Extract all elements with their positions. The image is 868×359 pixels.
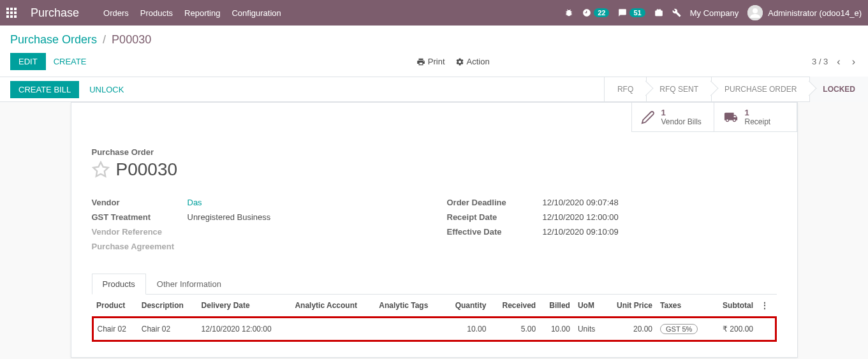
col-received: Received [490, 295, 540, 318]
col-options[interactable]: ⋮ [757, 295, 776, 318]
avatar-icon [747, 5, 763, 20]
print-button[interactable]: Print [416, 57, 445, 66]
print-icon [416, 57, 425, 66]
truck-icon [723, 110, 739, 124]
clock-icon[interactable]: 22 [582, 8, 609, 17]
vendor-bills-count: 1 [661, 108, 702, 117]
vendor-bills-stat[interactable]: 1 Vendor Bills [631, 103, 714, 132]
form-sheet: 1 Vendor Bills 1 Receipt Purchase Order [71, 102, 798, 358]
svg-marker-2 [93, 162, 108, 176]
effective-date-value: 12/10/2020 09:10:09 [543, 227, 619, 237]
table-row[interactable]: Chair 02 Chair 02 12/10/2020 12:00:00 10… [92, 318, 776, 341]
chat-icon[interactable]: 51 [618, 8, 645, 17]
col-description: Description [138, 295, 198, 318]
pager-prev[interactable]: ‹ [834, 54, 842, 70]
receipt-date-value: 12/10/2020 12:00:00 [543, 212, 619, 222]
edit-button[interactable]: EDIT [10, 53, 46, 70]
status-rfq[interactable]: RFQ [604, 77, 646, 102]
status-purchase-order[interactable]: PURCHASE ORDER [711, 77, 809, 102]
tax-badge: GST 5% [660, 324, 698, 334]
chat-badge: 51 [629, 8, 645, 17]
cell-quantity: 10.00 [443, 318, 490, 341]
app-title[interactable]: Purchase [31, 6, 79, 20]
cell-taxes: GST 5% [656, 318, 711, 341]
receipt-date-label: Receipt Date [447, 212, 543, 222]
col-product: Product [92, 295, 138, 318]
order-deadline-label: Order Deadline [447, 198, 543, 207]
nav-products[interactable]: Products [140, 8, 173, 18]
cell-description: Chair 02 [138, 318, 198, 341]
tab-other-info[interactable]: Other Information [146, 274, 232, 295]
apps-icon[interactable] [6, 8, 17, 18]
col-analytic-account: Analytic Account [291, 295, 375, 318]
pager-next[interactable]: › [850, 54, 858, 70]
vendor-label: Vendor [92, 198, 188, 207]
vendor-reference-label: Vendor Reference [92, 227, 188, 237]
create-button[interactable]: CREATE [46, 54, 94, 70]
user-name: Administrator (odoo14_e) [768, 8, 862, 18]
receipt-label: Receipt [745, 117, 771, 126]
pencil-icon [641, 110, 655, 124]
create-bill-button[interactable]: CREATE BILL [10, 81, 79, 98]
status-bar: CREATE BILL UNLOCK RFQ RFQ SENT PURCHASE… [0, 77, 868, 102]
gear-icon [455, 57, 464, 66]
cell-analytic-account [291, 318, 375, 341]
vendor-value[interactable]: Das [188, 198, 202, 207]
star-icon[interactable] [92, 161, 110, 179]
cell-analytic-tags [375, 318, 443, 341]
main-navbar: Purchase Orders Products Reporting Confi… [0, 0, 868, 26]
order-deadline-value: 12/10/2020 09:07:48 [543, 198, 619, 207]
bug-icon[interactable] [564, 8, 573, 17]
breadcrumb-parent[interactable]: Purchase Orders [10, 33, 97, 46]
pager-text: 3 / 3 [812, 57, 828, 66]
cell-billed: 10.00 [540, 318, 574, 341]
control-bar: Purchase Orders / P00030 EDIT CREATE Pri… [0, 26, 868, 77]
effective-date-label: Effective Date [447, 227, 543, 237]
order-lines-table: Product Description Delivery Date Analyt… [92, 295, 777, 342]
tools-icon[interactable] [672, 8, 681, 17]
cell-uom: Units [574, 318, 604, 341]
col-delivery-date: Delivery Date [198, 295, 291, 318]
company-selector[interactable]: My Company [690, 8, 739, 18]
col-quantity: Quantity [443, 295, 490, 318]
cell-subtotal: ₹ 200.00 [711, 318, 757, 341]
status-rfq-sent[interactable]: RFQ SENT [646, 77, 711, 102]
clock-badge: 22 [594, 8, 609, 17]
action-label: Action [467, 57, 490, 66]
status-locked[interactable]: LOCKED [809, 77, 868, 102]
print-label: Print [428, 57, 445, 66]
cell-product: Chair 02 [92, 318, 138, 341]
col-taxes: Taxes [656, 295, 711, 318]
breadcrumb-current: P00030 [112, 33, 151, 46]
receipt-stat[interactable]: 1 Receipt [714, 103, 797, 132]
unlock-button[interactable]: UNLOCK [82, 81, 131, 98]
cell-delivery-date: 12/10/2020 12:00:00 [198, 318, 291, 341]
order-name: P00030 [116, 159, 178, 180]
action-button[interactable]: Action [455, 57, 490, 66]
breadcrumb: Purchase Orders / P00030 [10, 33, 858, 47]
pager: 3 / 3 ‹ › [812, 54, 858, 70]
gift-icon[interactable] [654, 8, 663, 17]
cell-unit-price: 20.00 [604, 318, 656, 341]
nav-orders[interactable]: Orders [103, 8, 129, 18]
purchase-agreement-label: Purchase Agreement [92, 242, 188, 251]
tab-products[interactable]: Products [92, 274, 146, 295]
user-menu[interactable]: Administrator (odoo14_e) [747, 5, 862, 20]
cell-received: 5.00 [490, 318, 540, 341]
svg-point-1 [753, 8, 758, 13]
col-analytic-tags: Analytic Tags [375, 295, 443, 318]
form-title-label: Purchase Order [92, 147, 777, 157]
col-uom: UoM [574, 295, 604, 318]
nav-reporting[interactable]: Reporting [184, 8, 220, 18]
receipt-count: 1 [745, 108, 771, 117]
gst-treatment-label: GST Treatment [92, 212, 188, 222]
gst-treatment-value: Unregistered Business [188, 212, 271, 222]
vendor-bills-label: Vendor Bills [661, 117, 702, 126]
nav-configuration[interactable]: Configuration [232, 8, 281, 18]
col-unit-price: Unit Price [604, 295, 656, 318]
col-billed: Billed [540, 295, 574, 318]
col-subtotal: Subtotal [711, 295, 757, 318]
